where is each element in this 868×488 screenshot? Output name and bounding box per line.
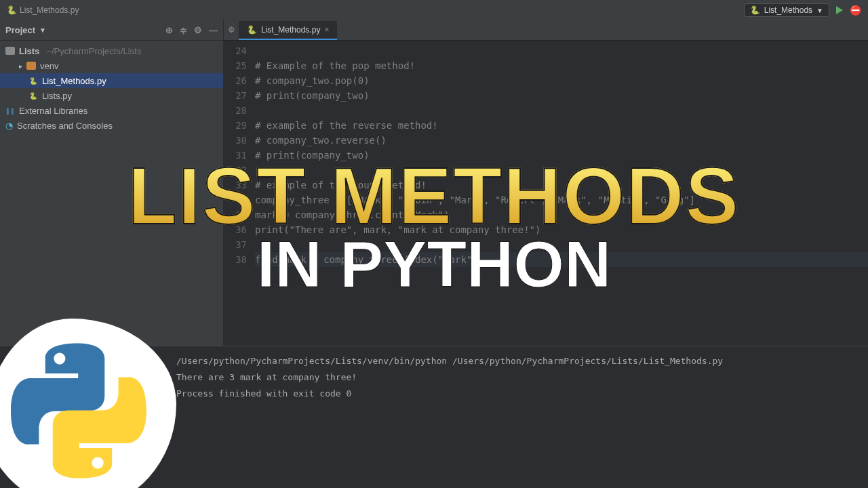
- breadcrumb-file: List_Methods.py: [20, 5, 79, 15]
- console-line: Process finished with exit code 0: [176, 386, 854, 402]
- code-lines[interactable]: # Example of the pop method!# company_tw…: [255, 43, 868, 346]
- breadcrumb[interactable]: 🐍 List_Methods.py: [7, 5, 79, 15]
- debug-button[interactable]: ⛔: [850, 5, 861, 16]
- python-file-icon: 🐍: [750, 5, 760, 15]
- editor-tab[interactable]: 🐍 List_Methods.py ×: [239, 21, 337, 40]
- code-line[interactable]: # print(company_two): [255, 88, 868, 103]
- code-line[interactable]: [255, 163, 868, 178]
- run-button[interactable]: [836, 6, 843, 14]
- root-path: ~/PycharmProjects/Lists: [46, 46, 141, 56]
- code-line[interactable]: [255, 43, 868, 58]
- python-file-icon: 🐍: [247, 25, 257, 35]
- code-line[interactable]: mark = company_three.count("Mark"): [255, 207, 868, 222]
- python-file-icon: 🐍: [28, 76, 38, 85]
- locate-icon[interactable]: ⊕: [165, 25, 173, 35]
- code-line[interactable]: # Example of the pop method!: [255, 58, 868, 73]
- scratch-icon: ◔: [5, 121, 13, 131]
- code-line[interactable]: find_mark = company_three.index("Mark"): [255, 252, 868, 267]
- collapse-icon[interactable]: ≑: [180, 25, 187, 35]
- code-line[interactable]: [255, 237, 868, 252]
- tree-external-libs[interactable]: ⫿⫿ External Libraries: [0, 103, 223, 118]
- console-line: /Users/python/PycharmProjects/Lists/venv…: [176, 353, 854, 369]
- code-editor[interactable]: 242526272829303132333435363738 # Example…: [224, 41, 868, 346]
- chevron-right-icon: ▸: [19, 62, 22, 70]
- chevron-down-icon: ▼: [39, 26, 46, 34]
- folder-icon: [5, 47, 15, 55]
- project-sidebar: Project ▼ ⊕ ≑ ⚙ — Lists ~/PycharmProject…: [0, 20, 224, 346]
- tree-file-selected[interactable]: 🐍 List_Methods.py: [0, 73, 223, 88]
- tree-file[interactable]: 🐍 Lists.py: [0, 88, 223, 103]
- code-line[interactable]: # print(company_two): [255, 148, 868, 163]
- editor-tabbar: ⚙ 🐍 List_Methods.py ×: [224, 20, 868, 41]
- venv-label: venv: [40, 61, 58, 71]
- editor-panel: ⚙ 🐍 List_Methods.py × 242526272829303132…: [224, 20, 868, 346]
- scratches-label: Scratches and Consoles: [17, 121, 113, 131]
- root-name: Lists: [19, 46, 39, 56]
- sidebar-title: Project: [5, 25, 35, 35]
- external-label: External Libraries: [19, 106, 87, 116]
- code-line[interactable]: # company_two.reverse(): [255, 133, 868, 148]
- top-toolbar: 🐍 List_Methods.py 🐍 List_Methods ▼ ⛔: [0, 0, 868, 20]
- file-label: List_Methods.py: [42, 76, 106, 86]
- sidebar-header[interactable]: Project ▼ ⊕ ≑ ⚙ —: [0, 20, 223, 41]
- python-file-icon: 🐍: [28, 91, 38, 100]
- code-line[interactable]: print("There are", mark, "mark at compan…: [255, 222, 868, 237]
- code-line[interactable]: # company_two.pop(0): [255, 73, 868, 88]
- project-tree: Lists ~/PycharmProjects/Lists ▸ venv 🐍 L…: [0, 41, 223, 136]
- python-file-icon: 🐍: [7, 5, 17, 15]
- tab-label: List_Methods.py: [261, 25, 320, 35]
- library-icon: ⫿⫿: [5, 106, 15, 116]
- code-line[interactable]: [255, 103, 868, 118]
- code-line[interactable]: # example of the reverse method!: [255, 118, 868, 133]
- gear-icon[interactable]: ⚙: [228, 25, 235, 35]
- code-line[interactable]: company_three = ["Mark", "Robin", "Mark"…: [255, 192, 868, 207]
- python-logo: [0, 319, 176, 488]
- hide-icon[interactable]: —: [209, 25, 218, 35]
- tree-scratches[interactable]: ◔ Scratches and Consoles: [0, 118, 223, 133]
- tree-root[interactable]: Lists ~/PycharmProjects/Lists: [0, 43, 223, 58]
- run-config-label: List_Methods: [764, 5, 812, 15]
- run-configuration-selector[interactable]: 🐍 List_Methods ▼: [744, 3, 829, 17]
- code-line[interactable]: # example of the count method!: [255, 178, 868, 192]
- chevron-down-icon: ▼: [816, 7, 823, 14]
- line-gutter: 242526272829303132333435363738: [224, 43, 255, 346]
- tree-venv[interactable]: ▸ venv: [0, 58, 223, 73]
- close-icon[interactable]: ×: [324, 25, 329, 35]
- console-line: There are 3 mark at company three!: [176, 369, 854, 386]
- file-label: Lists.py: [42, 91, 72, 101]
- folder-icon: [26, 62, 36, 70]
- settings-icon[interactable]: ⚙: [194, 25, 202, 35]
